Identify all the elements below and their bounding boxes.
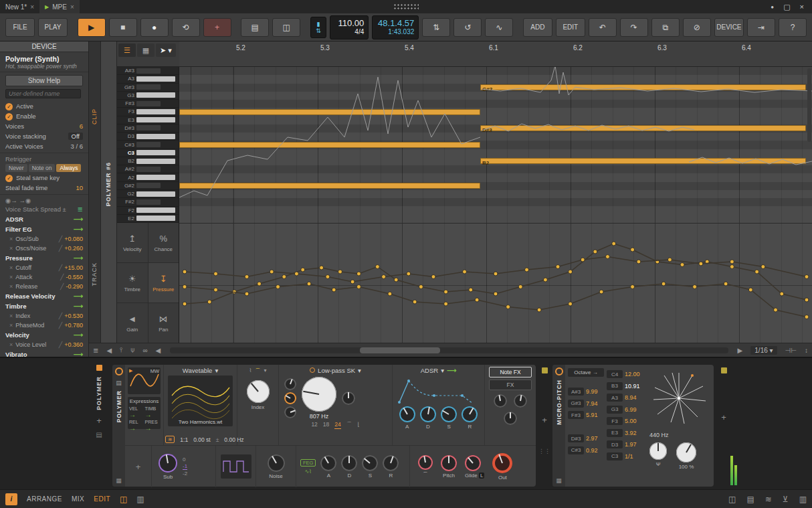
steal-same-key-row[interactable]: ✓Steal same key	[0, 173, 88, 183]
mod-target-value[interactable]: +0.530	[64, 313, 83, 319]
device-menu-button[interactable]: DEVICE	[714, 18, 744, 37]
lane-chance-button[interactable]: %Chance	[148, 223, 179, 262]
vel-tag[interactable]: VEL →	[129, 406, 144, 418]
voices-value[interactable]: 6	[80, 122, 83, 130]
piano-key-A#3[interactable]: A#3	[117, 67, 179, 75]
filter-resonance-knob[interactable]	[342, 392, 355, 405]
env-icon[interactable]: ▾	[264, 367, 266, 375]
timeline-ruler[interactable]: 5.25.35.46.16.26.36.4	[179, 41, 812, 67]
mod-target-row[interactable]: ×Osc/Sub╱+0.080	[0, 234, 88, 244]
browser-panel-icon[interactable]: ◫	[728, 495, 736, 504]
note-fx-tab[interactable]: Note FX	[489, 367, 532, 377]
mod-target-value[interactable]: +0.780	[64, 322, 83, 329]
restore-window-icon[interactable]: ▢	[783, 3, 790, 11]
piano-key-G#2[interactable]: G#2	[117, 182, 179, 190]
active-checkbox-icon[interactable]: ✓	[5, 103, 13, 110]
step-back-icon[interactable]: ◀	[102, 347, 116, 354]
piano-key-A2[interactable]: A2	[117, 173, 179, 181]
mod-target-value[interactable]: +0.360	[64, 341, 83, 348]
piano-key-D#3[interactable]: D#3	[117, 124, 179, 133]
keyboard-icon[interactable]: ▤	[96, 431, 102, 438]
add-device-button[interactable]: +	[721, 412, 726, 422]
note-list-view-button[interactable]: ☰	[118, 44, 136, 57]
piano-key-F#2[interactable]: F#2	[117, 198, 179, 206]
vertical-scrollbar[interactable]	[807, 68, 811, 142]
add-oscillator-button[interactable]: +	[136, 462, 141, 472]
micropitch-note-C3[interactable]: C31/1	[607, 451, 645, 462]
punch-in-button[interactable]: +	[203, 18, 231, 37]
filter-fm-knob[interactable]	[284, 406, 296, 418]
keytrack-icon[interactable]: ⌇	[249, 367, 252, 375]
post-recording-button[interactable]: ∿	[485, 18, 513, 37]
track-color-swatch[interactable]	[96, 365, 102, 371]
scroll-left-icon[interactable]: ◀	[152, 347, 165, 354]
micropitch-note-A3[interactable]: A38.94	[607, 392, 645, 403]
position-display[interactable]: 48.1.4.57 1:43.032	[372, 15, 419, 39]
micropitch-note-C4[interactable]: C412.00	[607, 369, 645, 379]
sub-octave-0[interactable]: 0	[183, 456, 187, 462]
lane-pressure-button[interactable]: ↧Pressure	[148, 263, 179, 303]
track-header[interactable]: POLYMER + ▤	[91, 365, 107, 485]
lane-name[interactable]: POLYMER #6	[105, 162, 112, 206]
modulator-velocity[interactable]: Velocity ⟶	[0, 330, 88, 340]
glide-legato-badge[interactable]: L	[479, 473, 484, 479]
detune-star-visualization[interactable]	[648, 369, 710, 428]
automation-write-button[interactable]: ⟲	[172, 18, 200, 37]
mod-target-value[interactable]: +0.260	[64, 245, 83, 252]
play-menu-button[interactable]: PLAY	[38, 18, 68, 37]
insert-device-button[interactable]: +	[542, 415, 547, 425]
mod-target-row[interactable]: ×PhaseMod╱+0.780	[0, 321, 88, 330]
sub-octave-minus1[interactable]: -1	[183, 463, 187, 470]
filter-power-icon[interactable]	[310, 367, 315, 373]
view-mix-button[interactable]: MIX	[72, 495, 84, 503]
play-button[interactable]: ▶	[78, 18, 106, 37]
micropitch-note-D#3[interactable]: D#32.97	[568, 433, 607, 444]
wavetable-file-name[interactable]: Two Harmonics.wt	[168, 419, 233, 425]
help-button[interactable]: ?	[779, 18, 807, 37]
mixer-panel-toggle-icon[interactable]: ▥	[136, 495, 144, 504]
mod-target-value[interactable]: +0.080	[64, 236, 83, 242]
piano-key-G3[interactable]: G3	[117, 92, 179, 100]
piano-key-C#3[interactable]: C#3	[117, 141, 179, 149]
micropitch-note-F3[interactable]: F35.00	[607, 416, 645, 426]
tempo-display[interactable]: 110.00 4/4	[330, 15, 369, 39]
minimize-icon[interactable]: ●	[771, 4, 774, 10]
piano-key-A#2[interactable]: A#2	[117, 165, 179, 173]
micropitch-note-G3[interactable]: G36.99	[607, 404, 645, 415]
close-window-icon[interactable]: ×	[800, 3, 804, 11]
grid-snap-select[interactable]: 1/16 ▾	[750, 346, 777, 355]
mod-target-value[interactable]: -0.550	[66, 274, 83, 280]
tempo-value[interactable]: 110.00	[338, 19, 364, 28]
lane-velocity-button[interactable]: ↥Velocity	[117, 223, 148, 262]
file-menu-button[interactable]: FILE	[5, 18, 35, 37]
clip-mode-tab[interactable]: CLIP	[91, 108, 98, 124]
lane-pan-button[interactable]: ⋈Pan	[148, 303, 179, 343]
feg-attack-knob[interactable]	[320, 455, 336, 471]
tuning-mode-select[interactable]: Octave →	[568, 368, 604, 377]
mod-target-value[interactable]: +15.00	[64, 264, 83, 271]
song-time-value[interactable]: 1:43.032	[388, 28, 414, 35]
piano-key-E2[interactable]: E2	[117, 215, 179, 223]
modulator-vibrato[interactable]: Vibrato ⟶	[0, 349, 88, 357]
lane-gain-button[interactable]: ◄Gain	[117, 303, 148, 343]
glide-knob[interactable]	[465, 455, 481, 471]
feg-release-knob[interactable]	[383, 455, 399, 471]
edit-menu-button[interactable]: EDIT	[556, 18, 585, 37]
piano-key-B2[interactable]: B2	[117, 157, 179, 165]
stop-button[interactable]: ■	[109, 18, 137, 37]
micropitch-note-D3[interactable]: D31.97	[607, 439, 645, 450]
view-arrange-button[interactable]: ARRANGE	[27, 495, 62, 503]
mod-target-row[interactable]: ×Voice Level╱+0.360	[0, 340, 88, 349]
piano-key-G#3[interactable]: G#3	[117, 84, 179, 92]
drag-handle-icon[interactable]: ⋮⋮	[538, 448, 550, 454]
filter-selector[interactable]: Low-pass SK ▾	[279, 365, 392, 375]
follow-playback-button[interactable]: ⇥	[747, 18, 775, 37]
close-tab-icon[interactable]: ×	[70, 3, 74, 11]
micropitch-note-G#3[interactable]: G#37.94	[568, 398, 607, 409]
steal-fade-row[interactable]: Steal fade time 10	[0, 183, 88, 193]
modulator-filter-eg[interactable]: Filter EG ⟶	[0, 224, 88, 234]
piano-key-A3[interactable]: A3	[117, 75, 179, 83]
slope-12-button[interactable]: 12	[311, 421, 317, 429]
micropitch-device-tab[interactable]: MICRO-PITCH ▦	[552, 365, 565, 487]
mod-target-value[interactable]: -0.290	[66, 283, 83, 290]
